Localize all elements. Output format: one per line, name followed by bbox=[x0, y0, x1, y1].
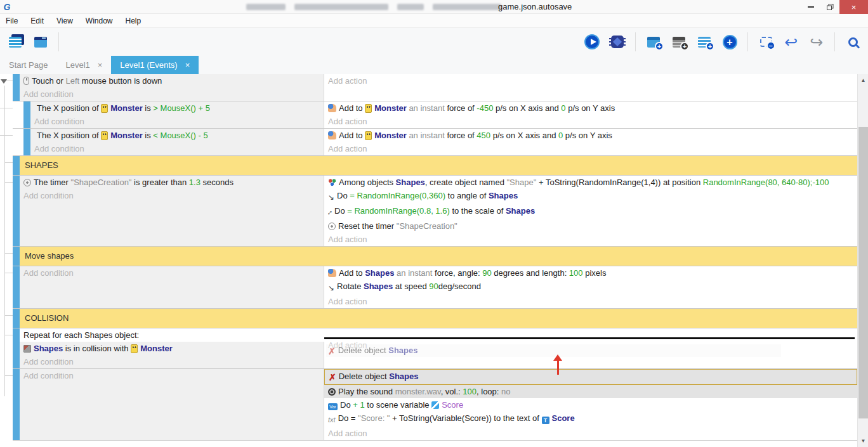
action-row[interactable]: Add to Monster an instant force of 450 p… bbox=[324, 129, 857, 142]
monster-icon bbox=[101, 131, 108, 140]
add-condition-link[interactable]: Add condition bbox=[20, 189, 324, 202]
text-segment: Monster bbox=[140, 344, 173, 353]
text-segment: to the scale of bbox=[450, 206, 506, 216]
conditions-cell: The X position of Monster is > MouseX() … bbox=[30, 101, 324, 128]
action-row[interactable]: Do + 1 to scene variable Score bbox=[324, 398, 857, 411]
add-action-link[interactable]: Add action bbox=[324, 115, 857, 128]
tree-connector bbox=[4, 162, 13, 163]
tab-close-icon[interactable]: × bbox=[98, 60, 103, 70]
condition-row[interactable]: The X position of Monster is > MouseX() … bbox=[30, 101, 324, 115]
scrollbar-down-icon[interactable]: ▼ bbox=[858, 436, 868, 446]
condition-row[interactable]: The X position of Monster is < MouseX() … bbox=[30, 129, 324, 142]
tab-level1-events[interactable]: Level1 (Events) × bbox=[111, 56, 199, 74]
text-segment: 90 bbox=[429, 282, 438, 291]
shapes-icon bbox=[23, 345, 31, 353]
vertical-scrollbar[interactable]: ▲ ▼ bbox=[857, 74, 868, 447]
toolbar-separator bbox=[747, 32, 748, 51]
restore-button[interactable] bbox=[820, 0, 839, 14]
foreach-header[interactable]: Repeat for each Shapes object: bbox=[20, 328, 857, 342]
add-condition-link[interactable]: Add condition bbox=[20, 355, 324, 368]
add-action-link[interactable]: Add action bbox=[324, 74, 857, 87]
close-button[interactable]: × bbox=[839, 0, 868, 14]
text-segment: Shapes bbox=[489, 191, 518, 200]
objects-panel-icon[interactable] bbox=[5, 32, 25, 52]
text-segment: Delete object bbox=[339, 372, 390, 381]
add-action-link[interactable]: Add action bbox=[324, 427, 857, 440]
add-comment-icon[interactable]: + bbox=[669, 32, 689, 52]
action-row[interactable]: Do = RandomInRange(0,360) to angle of Sh… bbox=[324, 189, 857, 204]
action-row[interactable]: Rotate Shapes at speed 90deg/second bbox=[324, 280, 857, 295]
collapse-arrow-icon[interactable] bbox=[1, 79, 7, 84]
scrollbar-up-icon[interactable]: ▲ bbox=[858, 75, 868, 86]
scrollbar-thumb[interactable] bbox=[858, 127, 868, 418]
action-row[interactable]: Do = RandomInRange(0.8, 1.6) to the scal… bbox=[324, 204, 857, 219]
add-action-link[interactable]: Add action bbox=[324, 233, 857, 246]
action-row[interactable]: Do = "Score: " + ToString(Variable(Score… bbox=[324, 411, 857, 427]
window-title: game.json.autosave bbox=[498, 2, 572, 11]
preview-play-icon[interactable] bbox=[582, 32, 602, 52]
add-condition-link[interactable]: Add condition bbox=[20, 87, 324, 101]
text-segment: = RandomInRange(0.8, 1.6) bbox=[347, 206, 450, 216]
add-event-icon[interactable]: + bbox=[643, 32, 664, 52]
add-action-link[interactable]: Add action bbox=[324, 295, 857, 308]
action-row[interactable]: Delete object Shapes bbox=[324, 369, 857, 385]
event-group-header[interactable]: SHAPES bbox=[13, 156, 857, 176]
event-group-header[interactable]: Move shapes bbox=[13, 247, 857, 266]
tab-level1[interactable]: Level1 × bbox=[56, 56, 111, 74]
text-segment: Shapes bbox=[506, 206, 535, 216]
text-segment: force of bbox=[445, 103, 477, 113]
event-indent-bar bbox=[13, 309, 20, 328]
scene-window-icon[interactable] bbox=[30, 32, 51, 52]
tree-connector bbox=[4, 253, 13, 254]
text-segment: seconds bbox=[201, 178, 233, 187]
text-segment: Monster bbox=[374, 131, 407, 140]
action-row[interactable]: Reset the timer "ShapeCreation" bbox=[324, 219, 857, 233]
event-indent-bar bbox=[13, 266, 20, 308]
text-segment: The X position of bbox=[37, 103, 101, 113]
actions-cell: Delete object ShapesPlay the sound monst… bbox=[324, 369, 857, 440]
toolbar-separator bbox=[635, 32, 636, 51]
text-segment: Monster bbox=[374, 103, 407, 113]
delete-selection-icon[interactable]: – bbox=[756, 32, 776, 52]
conditions-cell: Add condition bbox=[20, 266, 324, 308]
conditions-cell: Touch or Left mouse button is downAdd co… bbox=[20, 74, 324, 101]
tree-connector bbox=[4, 182, 13, 183]
event: Add conditionAdd to Shapes an instant fo… bbox=[13, 266, 857, 309]
menu-edit[interactable]: Edit bbox=[24, 15, 50, 27]
condition-row[interactable]: The timer "ShapeCreation" is greater tha… bbox=[20, 176, 324, 189]
menu-help[interactable]: Help bbox=[119, 15, 148, 27]
monster-icon bbox=[365, 104, 372, 113]
event-group-header[interactable]: COLLISION bbox=[13, 309, 857, 328]
action-row[interactable]: Play the sound monster.wav, vol.: 100, l… bbox=[324, 385, 857, 398]
add-subevent-icon[interactable]: + bbox=[694, 32, 714, 52]
text-segment: + ToString(RandomInRange(1,4)) at positi… bbox=[536, 178, 702, 187]
redo-icon[interactable]: ↪ bbox=[806, 32, 827, 52]
menu-view[interactable]: View bbox=[50, 15, 79, 27]
search-icon[interactable] bbox=[843, 32, 863, 52]
action-row[interactable]: Among objects Shapes, create object name… bbox=[324, 176, 857, 189]
undo-icon[interactable]: ↩ bbox=[781, 32, 801, 52]
action-row[interactable]: Add to Monster an instant force of -450 … bbox=[324, 101, 857, 115]
tab-close-icon[interactable]: × bbox=[185, 60, 190, 70]
group-label: COLLISION bbox=[20, 309, 857, 328]
text-segment: Score bbox=[552, 413, 575, 423]
condition-row[interactable]: Shapes is in collision with Monster bbox=[20, 342, 324, 355]
add-action-link[interactable]: Add action bbox=[324, 142, 857, 155]
add-condition-link[interactable]: Add condition bbox=[20, 369, 324, 382]
condition-row[interactable]: Touch or Left mouse button is down bbox=[20, 74, 324, 87]
drag-cursor-arrow bbox=[553, 354, 563, 376]
minimize-button[interactable] bbox=[801, 0, 820, 14]
add-other-event-icon[interactable]: + bbox=[720, 32, 740, 52]
menu-window[interactable]: Window bbox=[79, 15, 119, 27]
redacted-title-text bbox=[246, 4, 501, 10]
action-row[interactable]: Add to Shapes an instant force, angle: 9… bbox=[324, 266, 857, 280]
text-segment: p/s on Y axis bbox=[563, 131, 612, 140]
delete-icon bbox=[329, 371, 336, 384]
scenevar-icon bbox=[431, 401, 439, 409]
tab-start-page[interactable]: Start Page bbox=[0, 56, 56, 74]
add-condition-link[interactable]: Add condition bbox=[20, 266, 324, 280]
add-condition-link[interactable]: Add condition bbox=[30, 115, 324, 128]
menu-file[interactable]: File bbox=[0, 15, 24, 27]
debugger-icon[interactable] bbox=[607, 32, 628, 52]
add-condition-link[interactable]: Add condition bbox=[30, 142, 324, 155]
